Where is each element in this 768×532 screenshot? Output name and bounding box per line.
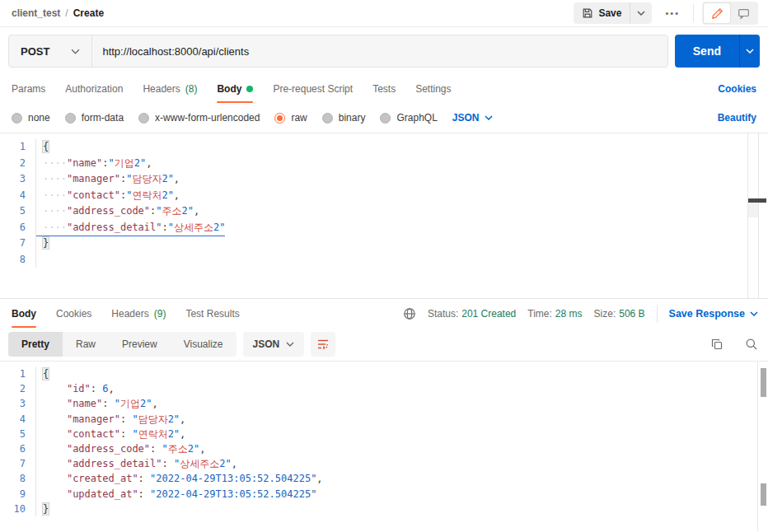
radio-icon	[274, 113, 285, 124]
code-text: ····"name":"기업2",	[36, 156, 152, 172]
code-line[interactable]: 5····"address_code":"주소2",	[0, 203, 768, 220]
response-tab-cookies[interactable]: Cookies	[56, 300, 91, 328]
response-editor-scrollbar[interactable]	[757, 362, 768, 531]
method-selector[interactable]: POST	[9, 35, 91, 67]
code-line[interactable]: 1{	[0, 139, 768, 156]
line-number: 2	[0, 156, 36, 172]
save-options-button[interactable]	[630, 2, 652, 24]
code-text: "address_code": "주소2",	[36, 441, 205, 456]
time-badge: Time: 28 ms	[527, 308, 582, 320]
code-text: "contact": "연락처2",	[36, 427, 185, 441]
scrollbar-thumb[interactable]	[761, 368, 766, 397]
scrollbar-thumb[interactable]	[748, 203, 758, 217]
code-line[interactable]: 8	[0, 252, 768, 268]
code-line[interactable]: 4····"contact":"연락처2",	[0, 188, 768, 204]
code-line[interactable]: 3 "name": "기업2",	[0, 396, 768, 411]
scrollbar-thumb[interactable]	[761, 483, 766, 506]
code-line[interactable]: 6 "address_code": "주소2",	[0, 441, 768, 456]
code-line[interactable]: 7}	[0, 236, 768, 252]
response-toolbar-right	[710, 338, 758, 351]
radio-raw[interactable]: raw	[274, 112, 307, 124]
radio-graphql[interactable]: GraphQL	[380, 112, 437, 124]
code-line[interactable]: 6····"address_detail":"상세주소2"	[0, 220, 768, 236]
response-tab-headers[interactable]: Headers(9)	[111, 300, 166, 328]
chevron-down-icon	[71, 49, 80, 54]
response-format-selector[interactable]: JSON	[243, 332, 305, 357]
response-body-editor[interactable]: 1{2 "id": 6,3 "name": "기업2",4 "manager":…	[0, 361, 768, 531]
radio-form-data[interactable]: form-data	[65, 112, 124, 124]
response-tabs-row: Body Cookies Headers(9) Test Results Sta…	[0, 300, 768, 328]
send-options-button[interactable]	[739, 35, 760, 68]
body-format-selector[interactable]: JSON	[452, 112, 493, 124]
tab-tests[interactable]: Tests	[372, 75, 396, 103]
tab-headers[interactable]: Headers(8)	[143, 75, 197, 103]
right-sidebar-toggle-group	[702, 2, 758, 25]
tab-authorization[interactable]: Authorization	[65, 75, 123, 103]
code-line[interactable]: 4 "manager": "담당자2",	[0, 412, 768, 427]
line-number: 3	[0, 171, 36, 188]
code-line[interactable]: 1{	[0, 366, 768, 381]
radio-binary[interactable]: binary	[322, 112, 366, 124]
breadcrumb-collection[interactable]: client_test	[12, 7, 60, 19]
code-line[interactable]: 8 "created_at": "2022-04-29T13:05:52.504…	[0, 471, 768, 486]
response-tab-test-results[interactable]: Test Results	[185, 300, 239, 328]
request-body-editor[interactable]: 1{2····"name":"기업2",3····"manager":"담당자2…	[0, 133, 768, 299]
tab-pre-request-script[interactable]: Pre-request Script	[273, 75, 353, 103]
tab-body[interactable]: Body	[217, 75, 253, 103]
save-button-group: Save	[574, 2, 652, 24]
url-input[interactable]: http://localhost:8000/api/clients	[92, 35, 667, 67]
line-number: 6	[0, 441, 36, 456]
code-line[interactable]: 2····"name":"기업2",	[0, 156, 768, 172]
topbar-divider	[693, 4, 694, 22]
request-editor-scrollbar[interactable]	[747, 133, 759, 298]
code-line[interactable]: 9 "updated_at": "2022-04-29T13:05:52.504…	[0, 487, 768, 502]
chevron-down-icon	[746, 49, 754, 54]
code-line[interactable]: 7 "address_detail": "상세주소2",	[0, 456, 768, 471]
tab-settings[interactable]: Settings	[415, 75, 451, 103]
code-line[interactable]: 2 "id": 6,	[0, 381, 768, 396]
view-visualize[interactable]: Visualize	[171, 332, 236, 357]
cookies-link[interactable]: Cookies	[718, 75, 756, 103]
radio-icon	[322, 113, 333, 124]
meta-divider	[657, 305, 658, 323]
breadcrumb-page-title: Create	[73, 7, 104, 19]
view-preview[interactable]: Preview	[109, 332, 171, 357]
chevron-down-icon	[485, 115, 493, 120]
chevron-down-icon	[286, 342, 294, 347]
copy-icon[interactable]	[710, 338, 724, 351]
beautify-link[interactable]: Beautify	[718, 112, 756, 124]
line-number: 7	[0, 236, 36, 252]
save-response-button[interactable]: Save Response	[669, 308, 758, 320]
status-badge: Status: 201 Created	[428, 308, 516, 320]
tab-params[interactable]: Params	[12, 75, 45, 103]
line-number: 9	[0, 487, 36, 502]
view-raw[interactable]: Raw	[63, 332, 109, 357]
radio-icon	[12, 113, 22, 124]
chevron-down-icon	[750, 311, 758, 316]
code-line[interactable]: 3····"manager":"담당자2",	[0, 171, 768, 188]
send-button[interactable]: Send	[675, 35, 739, 68]
save-button[interactable]: Save	[574, 2, 630, 24]
code-text: }	[36, 236, 49, 252]
radio-x-www-form-urlencoded[interactable]: x-www-form-urlencoded	[138, 112, 260, 124]
body-type-row: none form-data x-www-form-urlencoded raw…	[0, 103, 768, 133]
network-globe-icon[interactable]	[403, 307, 416, 320]
line-number: 4	[0, 188, 36, 204]
save-button-label: Save	[598, 7, 621, 19]
code-line[interactable]: 5 "contact": "연락처2",	[0, 427, 768, 441]
code-text: "updated_at": "2022-04-29T13:05:52.50422…	[36, 487, 316, 502]
response-toolbar: Pretty Raw Preview Visualize JSON	[0, 328, 768, 361]
view-pretty[interactable]: Pretty	[8, 332, 63, 357]
comments-button[interactable]	[730, 3, 756, 23]
response-tab-body[interactable]: Body	[12, 300, 36, 328]
code-line[interactable]: 10}	[0, 502, 768, 516]
documentation-pencil-button[interactable]	[704, 3, 730, 23]
chevron-down-icon	[637, 11, 645, 16]
radio-icon	[138, 113, 149, 124]
code-text: {	[36, 366, 49, 381]
wrap-lines-button[interactable]	[311, 332, 335, 357]
more-options-button[interactable]: •••	[660, 8, 685, 18]
search-icon[interactable]	[745, 338, 758, 351]
url-box: POST http://localhost:8000/api/clients	[8, 35, 668, 68]
radio-none[interactable]: none	[12, 112, 50, 124]
